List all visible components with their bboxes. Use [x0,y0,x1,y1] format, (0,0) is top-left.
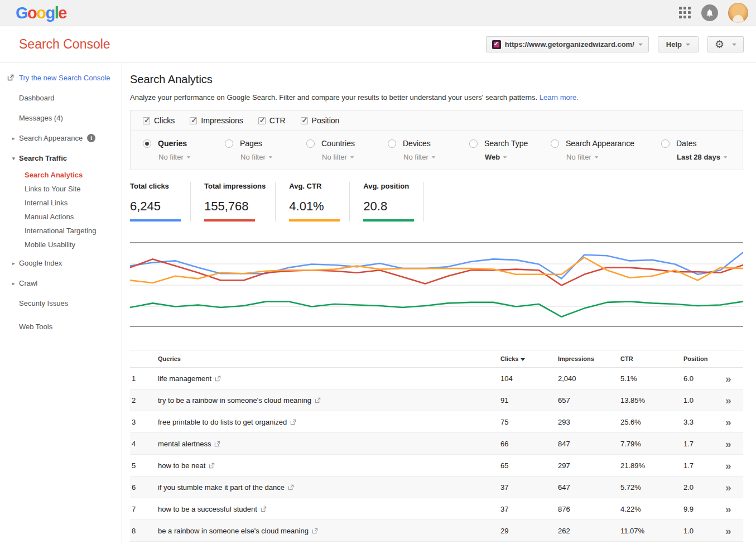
radio-countries[interactable] [306,139,315,148]
column-header-queries[interactable]: Queries [158,355,500,362]
filter-dropdown-queries[interactable]: No filter [158,153,225,161]
query-text[interactable]: be a rainbow in someone else's cloud mea… [158,527,309,535]
metric-underline [130,219,181,222]
sidebar-item-search-analytics[interactable]: Search Analytics [0,171,122,179]
radio-queries[interactable] [143,139,151,148]
checkbox-icon [301,117,308,124]
external-link-icon[interactable] [290,419,296,425]
query-cell: mental alertness [158,440,500,448]
sidebar-item-manual-actions[interactable]: Manual Actions [0,213,122,221]
sidebar-item-links-to-your-site[interactable]: Links to Your Site [0,185,122,193]
filter-dropdown-pages[interactable]: No filter [240,153,306,161]
page-description: Analyze your performance on Google Searc… [130,93,743,102]
chevron-down-icon [724,156,728,158]
column-header-impressions[interactable]: Impressions [558,355,620,362]
radio-pages[interactable] [225,139,233,148]
sidebar-item-search-traffic[interactable]: ▾ Search Traffic [0,154,122,162]
query-cell: try to be a rainbow in someone's cloud m… [158,396,500,405]
metric-avg-position: Avg. position 20.8 [363,182,424,222]
column-header-clicks[interactable]: Clicks [500,355,558,362]
query-text[interactable]: free printable to do lists to get organi… [158,418,287,426]
query-text[interactable]: mental alertness [158,440,211,448]
expand-row-button[interactable]: » [725,417,743,427]
query-text[interactable]: how to be a successful student [158,505,257,513]
info-icon[interactable]: i [87,134,95,142]
expand-row-button[interactable]: » [725,526,743,536]
row-rank: 3 [130,418,158,426]
column-header-ctr[interactable]: CTR [620,355,683,362]
checkbox-icon [190,117,197,124]
analytics-chart-svg[interactable] [130,242,743,327]
sidebar-item-international-targeting[interactable]: International Targeting [0,227,122,235]
external-link-icon[interactable] [261,506,267,512]
settings-button[interactable]: ⚙ [707,36,744,52]
analytics-chart[interactable] [130,242,743,327]
checkbox-position[interactable]: Position [301,116,340,125]
sidebar-item-google-index[interactable]: ▸ Google Index [0,259,122,267]
query-text[interactable]: life management [158,374,211,383]
position-cell: 3.3 [683,418,725,426]
external-link-icon[interactable] [215,375,221,382]
sidebar-item-try-new-console[interactable]: Try the new Search Console [0,74,122,82]
radio-devices[interactable] [388,139,396,148]
filter-dropdown-search-appearance[interactable]: No filter [566,153,661,161]
checkbox-impressions[interactable]: Impressions [190,116,243,125]
sidebar-item-search-appearance[interactable]: ▸ Search Appearance i [0,134,122,142]
impressions-cell: 647 [558,483,620,492]
table-row: 7how to be a successful student378764.22… [130,498,743,520]
external-link-icon[interactable] [288,484,294,490]
expanded-arrow-icon: ▾ [12,156,15,161]
query-cell: how to be neat [158,461,500,470]
table-row: 5how to be neat6529721.89%1.7» [130,455,743,476]
metric-underline [204,219,255,222]
google-logo[interactable]: Google [16,4,66,22]
help-button[interactable]: Help [658,36,699,52]
expand-row-button[interactable]: » [725,504,743,514]
filter-dropdown-devices[interactable]: No filter [403,153,469,161]
expand-row-button[interactable]: » [725,460,743,471]
sidebar-item-mobile-usability[interactable]: Mobile Usability [0,240,122,249]
filter-dropdown-dates[interactable]: Last 28 days [677,153,743,161]
position-cell: 2.0 [683,483,725,492]
expand-row-button[interactable]: » [725,439,743,449]
clicks-cell: 29 [500,527,558,535]
query-cell: how to be a successful student [158,505,500,513]
chevron-down-icon [594,156,598,158]
expand-row-button[interactable]: » [725,373,743,384]
apps-grid-icon[interactable] [679,7,691,19]
sidebar-item-crawl[interactable]: ▸ Crawl [0,279,122,287]
expand-row-button[interactable]: » [725,482,743,493]
sidebar-item-messages[interactable]: Messages (4) [0,114,122,122]
sidebar-item-web-tools[interactable]: Web Tools [0,322,122,331]
clicks-cell: 104 [500,374,558,383]
notifications-bell-icon[interactable] [701,4,718,21]
impressions-cell: 847 [558,440,620,448]
collapsed-arrow-icon: ▸ [12,281,15,286]
chevron-down-icon [503,156,507,158]
property-selector[interactable]: https://www.getorganizedwizard.com/ [486,36,649,52]
external-link-icon[interactable] [214,441,220,447]
sidebar-item-security-issues[interactable]: Security Issues [0,299,122,307]
query-text[interactable]: try to be a rainbow in someone's cloud m… [158,396,311,405]
query-text[interactable]: how to be neat [158,461,205,470]
radio-dates[interactable] [661,139,670,148]
chevron-down-icon [686,44,690,46]
dimension-dates: Dates Last 28 days [661,139,743,161]
filter-dropdown-search-type[interactable]: Web [485,153,551,161]
external-link-icon[interactable] [315,397,321,403]
ctr-cell: 11.07% [620,527,683,535]
column-header-position[interactable]: Position [683,355,725,362]
user-avatar[interactable] [728,3,748,23]
checkbox-clicks[interactable]: Clicks [143,116,175,125]
query-text[interactable]: if you stumble make it part of the dance [158,483,285,492]
expand-row-button[interactable]: » [725,395,743,406]
learn-more-link[interactable]: Learn more. [540,93,579,102]
radio-search-appearance[interactable] [551,139,559,148]
sidebar-item-internal-links[interactable]: Internal Links [0,199,122,207]
filter-dropdown-countries[interactable]: No filter [322,153,388,161]
radio-search-type[interactable] [469,139,478,148]
sidebar-item-dashboard[interactable]: Dashboard [0,94,122,102]
external-link-icon[interactable] [312,528,318,534]
external-link-icon[interactable] [209,463,215,469]
checkbox-ctr[interactable]: CTR [258,116,286,125]
